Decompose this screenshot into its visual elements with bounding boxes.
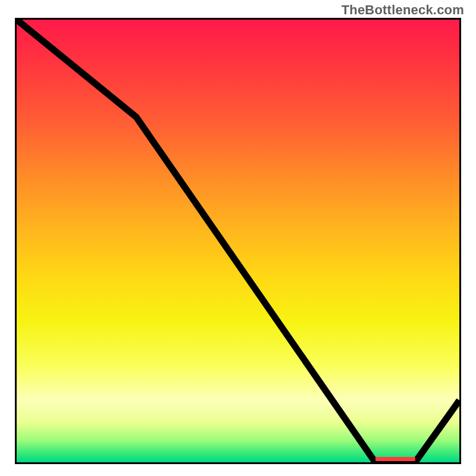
line-plot xyxy=(17,20,459,462)
curve-path xyxy=(17,20,459,462)
chart-area xyxy=(15,18,461,464)
watermark-text: TheBottleneck.com xyxy=(342,2,464,18)
optimal-range-marker xyxy=(375,457,415,461)
